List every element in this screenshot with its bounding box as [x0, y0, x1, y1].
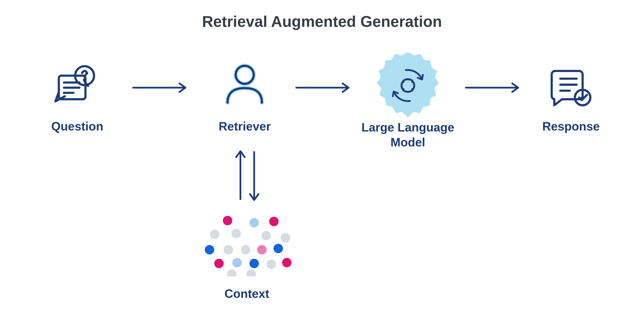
context-icon [202, 212, 292, 278]
svg-point-36 [246, 270, 256, 276]
response-label: Response [537, 120, 606, 134]
svg-point-20 [269, 217, 278, 226]
llm-icon [371, 49, 444, 124]
svg-point-5 [84, 79, 85, 81]
retriever-label: Retriever [210, 120, 279, 134]
svg-point-19 [250, 218, 259, 227]
svg-point-8 [236, 66, 254, 84]
retriever-icon [219, 60, 270, 113]
svg-point-33 [267, 260, 276, 269]
response-icon [548, 64, 595, 113]
svg-point-25 [205, 245, 214, 254]
arrow-right-icon [129, 79, 193, 98]
svg-point-31 [232, 258, 242, 267]
svg-point-30 [214, 259, 224, 268]
svg-point-32 [250, 259, 259, 268]
arrow-right-icon [462, 79, 526, 98]
diagram-title: Retrieval Augmented Generation [0, 12, 644, 31]
svg-point-21 [210, 230, 219, 239]
arrow-updown-icon [228, 143, 266, 209]
arrow-right-icon [292, 79, 356, 98]
svg-point-26 [224, 245, 233, 254]
svg-point-35 [227, 270, 236, 276]
question-label: Question [43, 120, 112, 134]
svg-point-27 [241, 245, 250, 254]
svg-point-22 [232, 229, 241, 238]
rag-diagram: Retrieval Augmented Generation Question [0, 0, 644, 334]
question-icon [54, 62, 101, 111]
llm-label: Large Language Model [356, 120, 459, 150]
svg-point-18 [223, 216, 232, 225]
svg-point-24 [281, 233, 290, 242]
svg-point-23 [262, 231, 271, 240]
svg-point-29 [274, 244, 283, 253]
svg-point-34 [282, 258, 292, 267]
svg-point-28 [257, 245, 266, 254]
context-label: Context [215, 287, 279, 301]
